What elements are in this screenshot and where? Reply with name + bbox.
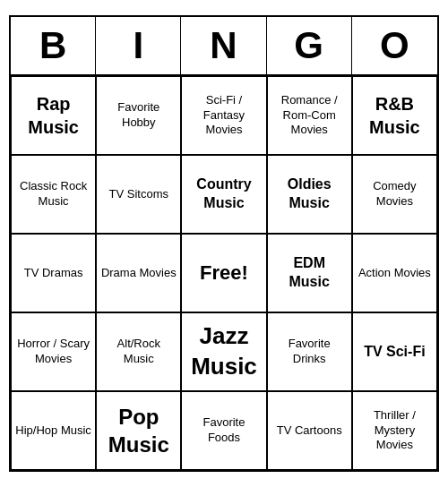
bingo-cell-5: Classic Rock Music xyxy=(11,155,96,234)
bingo-cell-9: Comedy Movies xyxy=(352,155,437,234)
bingo-cell-17: Jazz Music xyxy=(181,312,266,391)
bingo-letter-n: N xyxy=(181,17,266,74)
bingo-cell-6: TV Sitcoms xyxy=(96,155,181,234)
bingo-cell-11: Drama Movies xyxy=(96,234,181,312)
bingo-letter-i: I xyxy=(96,17,181,74)
bingo-cell-15: Horror / Scary Movies xyxy=(11,312,96,391)
bingo-cell-24: Thriller / Mystery Movies xyxy=(352,391,437,470)
bingo-cell-13: EDM Music xyxy=(267,234,352,312)
bingo-cell-1: Favorite Hobby xyxy=(96,76,181,155)
bingo-cell-18: Favorite Drinks xyxy=(267,312,352,391)
bingo-cell-14: Action Movies xyxy=(352,234,437,312)
bingo-letter-o: O xyxy=(352,17,437,74)
bingo-cell-0: Rap Music xyxy=(11,76,96,155)
bingo-cell-20: Hip/Hop Music xyxy=(11,391,96,470)
bingo-header: BINGO xyxy=(11,17,437,76)
bingo-cell-12: Free! xyxy=(181,234,266,312)
bingo-cell-10: TV Dramas xyxy=(11,234,96,312)
bingo-cell-7: Country Music xyxy=(181,155,266,234)
bingo-cell-3: Romance / Rom-Com Movies xyxy=(267,76,352,155)
bingo-cell-23: TV Cartoons xyxy=(267,391,352,470)
bingo-letter-b: B xyxy=(11,17,96,74)
bingo-grid: Rap MusicFavorite HobbySci-Fi / Fantasy … xyxy=(11,76,437,470)
bingo-cell-8: Oldies Music xyxy=(267,155,352,234)
bingo-cell-2: Sci-Fi / Fantasy Movies xyxy=(181,76,266,155)
bingo-cell-22: Favorite Foods xyxy=(181,391,266,470)
bingo-cell-4: R&B Music xyxy=(352,76,437,155)
bingo-cell-16: Alt/Rock Music xyxy=(96,312,181,391)
bingo-card: BINGO Rap MusicFavorite HobbySci-Fi / Fa… xyxy=(9,15,439,472)
bingo-cell-21: Pop Music xyxy=(96,391,181,470)
bingo-letter-g: G xyxy=(267,17,352,74)
bingo-cell-19: TV Sci-Fi xyxy=(352,312,437,391)
